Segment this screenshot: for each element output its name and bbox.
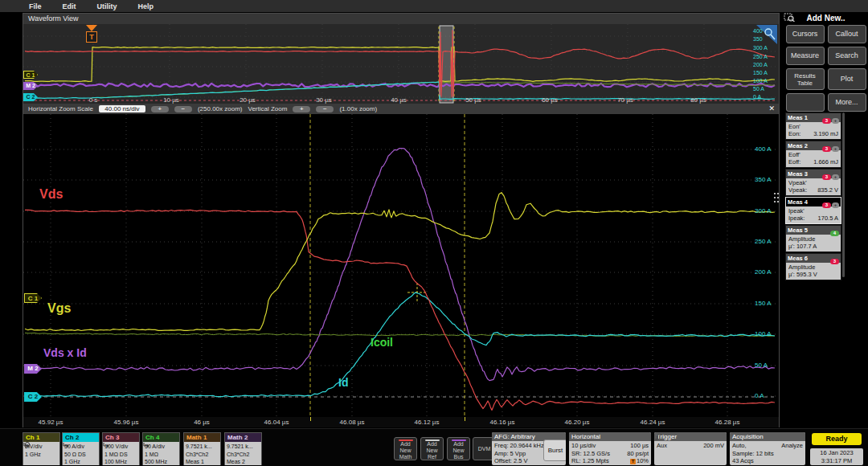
meas-card-1[interactable]: Meas 13+Eon'Eon:3.190 mJ xyxy=(785,112,841,140)
horizontal-rl: RL: 1.25 Mpts xyxy=(571,457,609,465)
date-label: 16 Jan 2023 xyxy=(810,449,863,457)
label: 30 µs xyxy=(316,97,332,104)
ch1-vgs-trace xyxy=(25,193,775,331)
channel-card-math2[interactable]: Math 29.7521 k...Ch3*Ch2Meas 2 xyxy=(224,432,262,465)
menu-file[interactable]: File xyxy=(29,2,42,10)
bandwidth-arrow-icon xyxy=(103,442,109,448)
more-button[interactable]: More... xyxy=(828,93,866,112)
time-axis-label: 46.28 µs xyxy=(715,419,740,426)
overview-right-axis-label: 0 A xyxy=(753,94,761,100)
main-right-axis-label: 200 A xyxy=(755,269,771,276)
cursors-button[interactable]: Cursors xyxy=(786,25,825,43)
channel-coupling: 1 MΩ xyxy=(145,451,178,459)
trigger-source: Aux xyxy=(657,442,667,450)
meas-card-5[interactable]: Meas 54Amplitudeµ': 107.7 A xyxy=(785,225,841,252)
zoom-select-button[interactable] xyxy=(786,93,825,112)
results-table-button[interactable]: Results Table xyxy=(786,68,825,90)
channel-card-header: Ch 2 xyxy=(63,433,99,442)
waveform-view-window: Waveform View T 0 s10 µs20 µs30 µs40 µs5… xyxy=(23,13,780,427)
channel-bandwidth: Meas 1 xyxy=(186,458,219,466)
channel-scale: 50 A/div xyxy=(145,443,178,451)
add-new-title: Add New.. xyxy=(784,14,868,22)
horizontal-sr: SR: 12.5 GS/s xyxy=(571,450,610,458)
vgs-trace-label: Vgs xyxy=(47,302,71,315)
trigger-panel[interactable]: Trigger Aux 200 mV xyxy=(654,432,727,465)
meas-value: 170.5 A xyxy=(818,215,838,222)
add-new-panel: Add New.. Cursors Callout Measure Search… xyxy=(784,12,868,110)
channel-card-header: Math 1 xyxy=(184,433,220,442)
close-zoom-icon[interactable]: ✕ xyxy=(768,104,775,112)
meas-expand-icon[interactable]: + xyxy=(832,146,839,152)
channel-card-math1[interactable]: Math 19.7521 k...Ch3*Ch2Meas 1 xyxy=(183,432,221,465)
meas-card-4[interactable]: Meas 43+Ipeak'Ipeak:170.5 A xyxy=(785,197,841,224)
meas-name: Meas 6 xyxy=(788,255,808,262)
menu-edit[interactable]: Edit xyxy=(63,2,76,10)
ch1-vgs-trace xyxy=(25,47,775,82)
acquisition-sample: Sample: 12 bits xyxy=(732,450,803,458)
time-axis-label: 46 µs xyxy=(194,419,210,426)
main-right-axis-label: 100 A xyxy=(755,331,771,337)
ch2-id-trace xyxy=(25,292,775,397)
vzoom-factor-label: (1.00x zoom) xyxy=(339,105,377,112)
channel-card-header: Ch 1 xyxy=(23,433,59,442)
plot-button[interactable]: Plot xyxy=(828,68,866,90)
channel-bandwidth: 500 MHz xyxy=(145,458,178,466)
meas-card-6[interactable]: Meas 63Amplitudeµ': 595.3 V xyxy=(785,253,841,280)
channel-card-ch1[interactable]: Ch 15 V/div1 GHz xyxy=(23,432,60,465)
callout-button[interactable]: Callout xyxy=(828,25,866,43)
afg-panel[interactable]: AFG: Arbitrary Freq: 20.9644 kHz Amp: 5 … xyxy=(492,432,566,465)
acquisition-panel[interactable]: Acquisition Auto,Analyze Sample: 12 bits… xyxy=(730,432,805,465)
measure-button[interactable]: Measure xyxy=(786,47,825,65)
gate-tick xyxy=(310,417,311,421)
button-color-bar xyxy=(452,439,466,441)
burst-button[interactable]: Burst xyxy=(543,439,566,461)
main-right-axis-label: 300 A xyxy=(755,208,771,215)
vzoom-plus-button[interactable]: + xyxy=(293,106,310,112)
meas-card-3[interactable]: Meas 33+Vpeak'Vpeak:835.2 V xyxy=(785,169,841,196)
meas-count-badge: 3 xyxy=(830,259,839,264)
channel-card-ch2[interactable]: Ch 250 A/div50 Ω DS1 GHz xyxy=(62,432,100,465)
meas-label: Vpeak: xyxy=(788,186,807,194)
ready-status-button[interactable]: Ready xyxy=(812,433,862,445)
time-axis-label: 46.20 µs xyxy=(565,419,590,426)
meas-expand-icon[interactable]: + xyxy=(832,174,839,180)
overview-right-axis-label: 250 A xyxy=(753,54,768,59)
channel-coupling: Ch3*Ch2 xyxy=(186,451,219,459)
channel-card-ch4[interactable]: Ch 450 A/div1 MΩ500 MHz xyxy=(142,432,180,465)
meas-count-badge: 4 xyxy=(830,231,839,236)
main-plot xyxy=(23,114,779,417)
overview-right-axis-label: 200 A xyxy=(753,62,768,67)
meas-expand-icon[interactable]: + xyxy=(832,202,839,208)
hzoom-plus-button[interactable]: + xyxy=(151,106,169,112)
search-button[interactable]: Search xyxy=(828,47,866,65)
horizontal-panel[interactable]: Horizontal 10 µs/div100 µs SR: 12.5 GS/s… xyxy=(569,432,651,465)
horizontal-window: 100 µs xyxy=(630,442,649,450)
measurement-scrollbar[interactable] xyxy=(842,112,845,277)
add-new-bus-button[interactable]: AddNewBus xyxy=(447,437,470,460)
overview-right-axis-label: 350 xyxy=(753,36,763,42)
button-color-bar xyxy=(399,439,413,441)
time-axis-label: 46.16 µs xyxy=(490,419,515,426)
menu-utility[interactable]: Utility xyxy=(97,2,117,10)
panel-splitter-handle[interactable] xyxy=(774,193,776,194)
hzoom-minus-button[interactable]: − xyxy=(174,106,192,112)
time-axis-label: 46.08 µs xyxy=(340,419,365,426)
channel-card-ch3[interactable]: Ch 3100 V/div1 MΩ DS100 MHz xyxy=(102,432,140,465)
trigger-header: Trigger xyxy=(654,432,727,441)
meas-card-2[interactable]: Meas 23+Eoff'Eoff:1.666 mJ xyxy=(785,141,841,168)
add-new-ref-button[interactable]: AddNewRef xyxy=(420,437,444,460)
menu-help[interactable]: Help xyxy=(138,2,154,10)
meas-expand-icon[interactable]: + xyxy=(832,118,839,124)
waveform-view-tab[interactable]: Waveform View xyxy=(23,14,779,25)
channel-bandwidth: 1 GHz xyxy=(64,458,97,466)
add-new-math-button[interactable]: AddNewMath xyxy=(394,437,417,460)
icoil-trace-label: Icoil xyxy=(371,337,393,348)
trigger-marker[interactable]: T xyxy=(86,25,97,43)
main-waveform[interactable]: 400 A350 A300 A250 A200 A150 A100 A50 A0… xyxy=(23,114,779,417)
overview-waveform[interactable]: T 0 s10 µs20 µs30 µs40 µs50 µs60 µs70 µs… xyxy=(23,24,779,104)
vzoom-minus-button[interactable]: − xyxy=(316,106,334,112)
time-label: 3:31:17 PM xyxy=(810,457,863,465)
horizontal-zoom-scale-input[interactable] xyxy=(99,105,145,112)
meas-value: 835.2 V xyxy=(817,186,838,194)
horizontal-header: Horizontal xyxy=(569,432,651,441)
